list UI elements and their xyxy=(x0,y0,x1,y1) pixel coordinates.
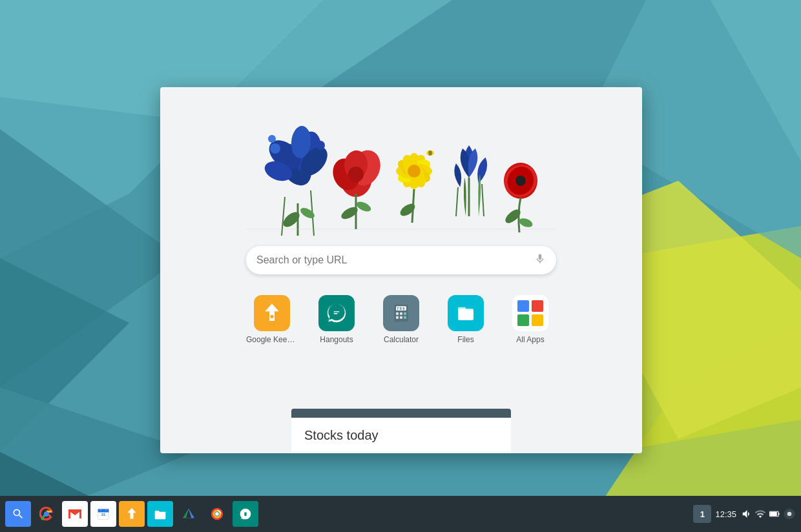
svg-point-42 xyxy=(428,150,432,156)
svg-rect-64 xyxy=(404,316,406,319)
taskbar-system-tray: 1 12:35 xyxy=(693,505,796,523)
all-apps-green xyxy=(517,314,529,326)
svg-point-70 xyxy=(44,511,48,516)
svg-point-84 xyxy=(215,512,219,516)
svg-marker-78 xyxy=(189,509,194,518)
svg-rect-62 xyxy=(396,316,399,319)
files-label: Files xyxy=(457,335,473,344)
svg-point-30 xyxy=(348,167,364,182)
taskbar-gmail-button[interactable] xyxy=(62,501,88,527)
app-shortcut-hangouts[interactable]: Hangouts xyxy=(311,295,362,344)
search-input[interactable] xyxy=(256,254,534,266)
search-bar[interactable] xyxy=(246,246,556,274)
svg-rect-72 xyxy=(98,509,109,513)
taskbar-keep-button[interactable] xyxy=(119,501,145,527)
svg-point-20 xyxy=(268,135,276,143)
all-apps-red xyxy=(532,300,543,312)
keep-icon xyxy=(254,295,290,331)
all-apps-icon xyxy=(512,295,548,331)
browser-content: Google Keep - ... Hangouts xyxy=(160,87,642,453)
svg-point-44 xyxy=(398,201,417,218)
stocks-card-header xyxy=(291,409,511,418)
svg-point-89 xyxy=(787,512,792,517)
svg-marker-77 xyxy=(183,509,189,518)
system-icons xyxy=(740,507,796,520)
taskbar-chromium-button[interactable] xyxy=(204,501,230,527)
app-shortcuts: Google Keep - ... Hangouts xyxy=(246,295,556,344)
calculator-icon: 7 8 9 xyxy=(383,295,419,331)
mic-icon[interactable] xyxy=(534,253,546,268)
svg-point-51 xyxy=(515,176,526,186)
svg-rect-61 xyxy=(404,312,406,315)
all-apps-label: All Apps xyxy=(516,335,544,344)
svg-point-19 xyxy=(316,141,325,150)
all-apps-yellow xyxy=(532,314,543,326)
taskbar-drive-button[interactable] xyxy=(176,501,202,527)
app-shortcut-files[interactable]: Files xyxy=(440,295,492,344)
app-shortcut-calculator[interactable]: 7 8 9 Calculator xyxy=(375,295,427,344)
svg-point-33 xyxy=(355,200,373,213)
app-shortcut-keep[interactable]: Google Keep - ... xyxy=(246,295,298,344)
taskbar-calendar-button[interactable]: 31 xyxy=(90,501,116,527)
svg-rect-63 xyxy=(400,316,402,319)
svg-point-40 xyxy=(408,165,421,178)
svg-point-25 xyxy=(299,206,317,220)
files-icon xyxy=(448,295,484,331)
svg-rect-60 xyxy=(400,312,402,315)
stocks-card: Stocks today xyxy=(291,409,511,453)
taskbar-apps: 31 xyxy=(5,501,693,527)
hangouts-label: Hangouts xyxy=(320,335,353,344)
hangouts-icon xyxy=(318,295,355,331)
svg-line-47 xyxy=(456,187,458,216)
keep-label: Google Keep - ... xyxy=(246,335,298,344)
taskbar: 31 xyxy=(0,496,801,532)
taskbar-hangouts-button[interactable] xyxy=(233,501,258,527)
svg-line-46 xyxy=(482,184,484,216)
battery-icon xyxy=(769,508,780,520)
google-doodle xyxy=(246,107,556,236)
svg-rect-86 xyxy=(770,512,777,516)
svg-point-53 xyxy=(518,217,534,229)
all-apps-blue xyxy=(517,300,529,312)
stocks-title: Stocks today xyxy=(304,428,379,442)
taskbar-chrome-button[interactable] xyxy=(34,501,59,527)
taskbar-search-button[interactable] xyxy=(5,501,31,527)
svg-text:7 8 9: 7 8 9 xyxy=(397,307,404,311)
svg-line-22 xyxy=(282,197,285,236)
app-shortcut-allapps[interactable]: All Apps xyxy=(505,295,556,344)
svg-text:31: 31 xyxy=(101,513,106,517)
wifi-icon xyxy=(754,508,766,520)
calculator-label: Calculator xyxy=(384,335,419,344)
svg-point-18 xyxy=(270,143,280,154)
system-app-icon xyxy=(783,507,796,520)
svg-point-55 xyxy=(270,315,273,318)
svg-rect-87 xyxy=(778,513,780,515)
tab-count: 1 xyxy=(693,505,711,523)
taskbar-files-button[interactable] xyxy=(147,501,173,527)
stocks-card-body: Stocks today xyxy=(291,418,511,453)
volume-icon xyxy=(740,508,752,520)
svg-rect-59 xyxy=(396,312,399,315)
browser-window: Google Keep - ... Hangouts xyxy=(160,87,642,453)
system-time: 12:35 xyxy=(715,509,736,519)
